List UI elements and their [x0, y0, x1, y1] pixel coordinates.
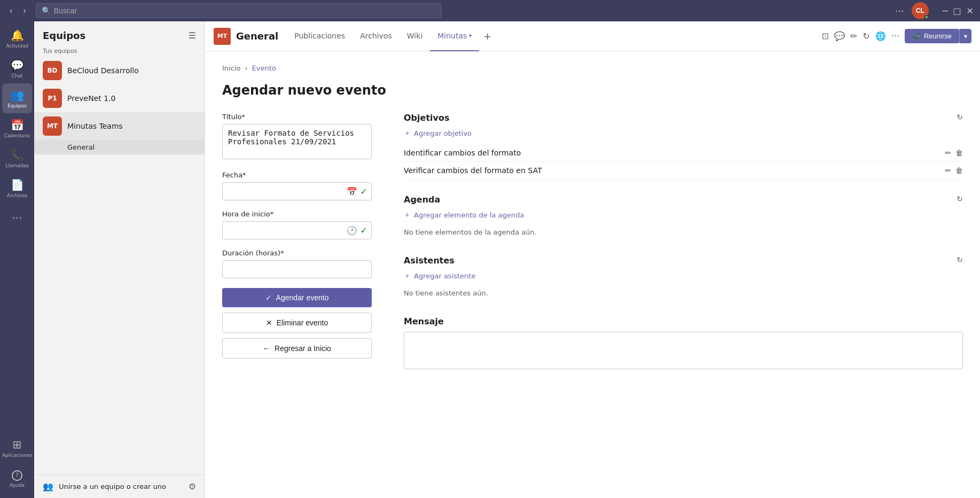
help-icon: ?	[12, 470, 22, 481]
viewfinder-icon[interactable]: ⊡	[821, 31, 828, 41]
conversation-icon[interactable]: 💬	[834, 31, 845, 41]
objetivos-refresh-icon[interactable]: ↻	[957, 113, 963, 121]
add-asistente-link[interactable]: ＋ Agregar asistente	[404, 271, 963, 281]
delete-event-button[interactable]: ✕ Eliminar evento	[222, 313, 372, 333]
add-objetivo-plus-icon: ＋	[404, 128, 411, 138]
sidebar-item-aplicaciones[interactable]: ⊞ Aplicaciones	[2, 433, 32, 463]
team-avatar-minutas: MT	[43, 116, 62, 136]
sidebar-item-actividad[interactable]: 🔔 Actividad	[2, 24, 32, 53]
maximize-button[interactable]: □	[953, 6, 961, 16]
teams-icon: 👥	[11, 89, 24, 102]
team-item-minutas[interactable]: MT Minutas Teams ···	[34, 112, 205, 140]
filter-icon[interactable]: ☰	[189, 30, 196, 41]
search-bar[interactable]: 🔍	[36, 3, 442, 18]
meet-camera-icon: 📹	[912, 32, 921, 40]
tab-minutas[interactable]: Minutas ▾	[430, 21, 479, 51]
breadcrumb-home[interactable]: Inicio	[222, 64, 240, 72]
tab-dropdown-icon[interactable]: ▾	[469, 33, 472, 38]
breadcrumb-current: Evento	[252, 64, 276, 72]
duration-label: Duración (horas)*	[222, 249, 372, 257]
objetivo-1-delete-icon[interactable]: 🗑	[955, 149, 963, 157]
titlebar: ‹ › 🔍 ··· CL ─ □ ✕	[0, 0, 980, 21]
form-group-title: Título* Revisar Formato de Servicios Pro…	[222, 113, 372, 161]
sidebar-item-more[interactable]: ···	[2, 203, 32, 233]
nav-controls: ‹ ›	[6, 5, 29, 17]
sidebar-item-chat[interactable]: 💬 Chat	[2, 53, 32, 83]
sidebar-icons: 🔔 Actividad 💬 Chat 👥 Equipos 📅 Calendari…	[0, 21, 34, 498]
search-input[interactable]	[54, 6, 436, 15]
title-label: Título*	[222, 113, 372, 121]
tab-add-button[interactable]: +	[479, 21, 496, 51]
teams-panel-header: Equipos ☰	[34, 21, 205, 45]
agenda-refresh-icon[interactable]: ↻	[957, 194, 963, 203]
nav-back-button[interactable]: ‹	[6, 5, 15, 17]
breadcrumb-separator: ›	[245, 64, 247, 72]
files-icon: 📄	[11, 178, 24, 191]
more-options-icon[interactable]: ···	[895, 5, 904, 17]
channel-item-general[interactable]: General	[34, 140, 205, 154]
objetivos-heading: Objetivos	[404, 113, 963, 123]
settings-icon[interactable]: ⚙	[189, 481, 196, 492]
back-button[interactable]: ← Regresar a Inicio	[222, 338, 372, 359]
sidebar-item-llamadas[interactable]: 📞 Llamadas	[2, 143, 32, 173]
channel-tabs: Publicaciones Archivos Wiki Minutas ▾ +	[287, 21, 496, 51]
sidebar-item-calendario[interactable]: 📅 Calendario	[2, 113, 32, 143]
main-content: MT General Publicaciones Archivos Wiki M…	[205, 21, 980, 498]
asistentes-heading: Asistentes	[404, 255, 963, 266]
asistentes-refresh-icon[interactable]: ↻	[957, 255, 963, 264]
avatar-initials: CL	[916, 7, 924, 14]
form-columns: Título* Revisar Formato de Servicios Pro…	[222, 113, 963, 384]
channel-title: General	[236, 30, 278, 42]
objetivo-2-delete-icon[interactable]: 🗑	[955, 166, 963, 175]
sidebar-item-archivos[interactable]: 📄 Archivos	[2, 173, 32, 203]
tab-archivos[interactable]: Archivos	[352, 21, 399, 51]
back-arrow-icon: ←	[263, 344, 270, 353]
schedule-event-button[interactable]: ✓ Agendar evento	[222, 288, 372, 307]
edit-icon[interactable]: ✏	[850, 31, 857, 41]
join-team-text[interactable]: Unirse a un equipo o crear uno	[59, 483, 166, 491]
agenda-section: ↻ Agenda ＋ Agregar elemento de la agenda…	[404, 194, 963, 240]
mensaje-heading: Mensaje	[404, 316, 963, 326]
refresh-icon[interactable]: ↻	[863, 31, 869, 41]
more-options-header-icon[interactable]: ···	[891, 31, 899, 41]
nav-forward-button[interactable]: ›	[20, 5, 29, 17]
globe-icon[interactable]: 🌐	[875, 31, 886, 41]
objetivo-2-edit-icon[interactable]: ✏	[945, 166, 951, 175]
more-icon: ···	[12, 212, 22, 224]
add-asistente-plus-icon: ＋	[404, 271, 411, 281]
bell-icon: 🔔	[11, 29, 24, 42]
duration-input[interactable]: 1	[222, 260, 372, 278]
teams-panel-title: Equipos	[43, 30, 85, 41]
channel-header-right: ⊡ 💬 ✏ ↻ 🌐 ··· 📹 Reunirse ▾	[821, 29, 971, 43]
avatar-button[interactable]: CL	[912, 2, 929, 19]
form-group-duration: Duración (horas)* 1	[222, 249, 372, 278]
objetivo-item-2: Verificar cambios del formato en SAT ✏ 🗑	[404, 162, 963, 180]
team-item-becloud[interactable]: BD BeCloud Desarrollo ···	[34, 57, 205, 84]
team-avatar-prevenet: P1	[43, 89, 62, 108]
minimize-button[interactable]: ─	[943, 6, 948, 16]
date-icons: 📅 ✓	[347, 186, 367, 197]
meet-button[interactable]: 📹 Reunirse	[905, 29, 959, 43]
message-textarea[interactable]	[404, 332, 963, 369]
title-input[interactable]: Revisar Formato de Servicios Profesional…	[222, 124, 372, 159]
add-objetivo-link[interactable]: ＋ Agregar objetivo	[404, 128, 963, 138]
add-agenda-link[interactable]: ＋ Agregar elemento de la agenda	[404, 210, 963, 220]
tab-publicaciones[interactable]: Publicaciones	[287, 21, 352, 51]
form-right: ↻ Objetivos ＋ Agregar objetivo Identific…	[404, 113, 963, 384]
tab-wiki[interactable]: Wiki	[399, 21, 430, 51]
team-item-prevenet[interactable]: P1 PreveNet 1.0 ···	[34, 84, 205, 112]
date-label: Fecha*	[222, 171, 372, 179]
sidebar-item-equipos[interactable]: 👥 Equipos	[2, 83, 32, 113]
close-button[interactable]: ✕	[967, 6, 974, 16]
sidebar-item-ayuda[interactable]: ? Ayuda	[2, 464, 32, 494]
calendar-input-icon[interactable]: 📅	[347, 186, 357, 197]
window-controls: ─ □ ✕	[943, 6, 974, 16]
sidebar-bottom: ⊞ Aplicaciones ? Ayuda	[2, 433, 32, 498]
add-agenda-plus-icon: ＋	[404, 210, 411, 220]
meet-dropdown-button[interactable]: ▾	[959, 29, 971, 43]
asistentes-empty-msg: No tiene asistentes aún.	[404, 287, 963, 301]
clock-icon[interactable]: 🕐	[347, 225, 357, 236]
channel-logo: MT	[214, 28, 231, 45]
objetivo-1-edit-icon[interactable]: ✏	[945, 149, 951, 157]
objetivo-item-1: Identificar cambios del formato ✏ 🗑	[404, 144, 963, 162]
